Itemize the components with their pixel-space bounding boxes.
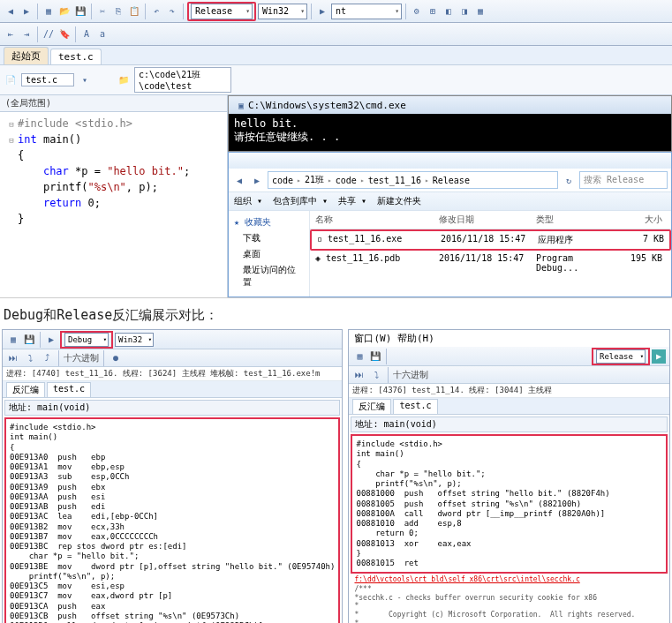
db-bp-icon[interactable]: ● — [109, 351, 123, 365]
copy-icon[interactable]: ⎘ — [111, 4, 125, 19]
debug-config-hl: Debug — [60, 331, 113, 349]
chevron-down-icon[interactable]: ▾ — [78, 73, 92, 87]
db-out-icon[interactable]: ⤴ — [40, 351, 54, 365]
platform-dropdown[interactable]: Win32 — [258, 4, 307, 19]
bookmark-icon[interactable]: 🔖 — [57, 27, 72, 41]
scope-dropdown[interactable]: (全局范围) — [0, 95, 227, 112]
open-icon[interactable]: 📂 — [57, 4, 72, 19]
cmd-icon: ▣ — [234, 98, 248, 112]
explorer-sidebar: ★ 收藏夹 下载 桌面 最近访问的位置 — [229, 211, 310, 296]
new-icon[interactable]: ▦ — [42, 4, 56, 19]
tab-source[interactable]: test.c — [47, 382, 91, 397]
debug-platform-dropdown[interactable]: Win32 — [115, 333, 154, 347]
bc-4[interactable]: Release — [433, 176, 470, 185]
rl-over-icon[interactable]: ⤵ — [369, 368, 383, 382]
side-desktop[interactable]: 桌面 — [232, 246, 306, 262]
target-dropdown[interactable]: nt — [331, 4, 402, 19]
refresh-icon[interactable]: ↻ — [562, 173, 576, 187]
tool-icon-5[interactable]: ▦ — [473, 4, 487, 19]
side-favorites[interactable]: ★ 收藏夹 — [232, 214, 306, 230]
side-recent[interactable]: 最近访问的位置 — [232, 262, 306, 290]
paste-icon[interactable]: 📋 — [127, 4, 141, 19]
nav-file[interactable]: test.c — [21, 73, 74, 86]
comment-icon[interactable]: // — [42, 27, 56, 41]
release-toolbar-1: ▦ 💾 Release ▶ — [349, 347, 669, 366]
debug-disassembly[interactable]: #include <stdio.h> int main() { 00E913A0… — [4, 417, 340, 623]
release-disassembly[interactable]: #include <stdio.h> int main() { char *p … — [351, 434, 668, 574]
file-row-exe[interactable]: ▫ test_11_16.exe 2016/11/18 15:47 应用程序 7… — [310, 229, 671, 251]
explorer-navbar: ◀ ▶ code▸ 21班▸ code▸ test_11_16▸ Release… — [229, 169, 671, 192]
secchk-link[interactable]: f:\dd\vctools\crt_bld\self_x86\crt\src\i… — [349, 575, 669, 583]
bc-3[interactable]: test_11_16 — [368, 176, 421, 185]
indent-icon[interactable]: ⇤ — [4, 27, 18, 41]
breadcrumb[interactable]: code▸ 21班▸ code▸ test_11_16▸ Release — [268, 171, 558, 189]
col-date[interactable]: 修改日期 — [434, 211, 531, 229]
tab-source-r[interactable]: test.c — [393, 399, 437, 414]
tool-icon-4[interactable]: ◨ — [457, 4, 472, 19]
a2-icon[interactable]: a — [95, 27, 109, 41]
rl-run-icon[interactable]: ▶ — [652, 349, 666, 364]
save-icon[interactable]: 💾 — [73, 4, 87, 19]
side-downloads[interactable]: 下载 — [232, 230, 306, 246]
outdent-icon[interactable]: ⇥ — [19, 27, 34, 41]
db-step-icon[interactable]: ⏭ — [6, 351, 20, 365]
tool-icon-3[interactable]: ◧ — [442, 4, 456, 19]
undo-icon[interactable]: ↶ — [149, 4, 163, 19]
tool-icon-2[interactable]: ⊞ — [426, 4, 440, 19]
exp-fwd-icon[interactable]: ▶ — [250, 173, 264, 187]
release-config-dropdown[interactable]: Release — [596, 349, 646, 364]
source-code[interactable]: ⊟#include <stdio.h> ⊟int main() { char *… — [0, 112, 227, 230]
nav-fwd-icon[interactable]: ▶ — [19, 4, 34, 19]
run-icon[interactable]: ▶ — [315, 4, 329, 19]
cut-icon[interactable]: ✂ — [95, 4, 109, 19]
rl-step-icon[interactable]: ⏭ — [352, 368, 366, 382]
config-dropdown[interactable]: Release — [191, 4, 253, 19]
debug-config-dropdown[interactable]: Debug — [64, 333, 109, 347]
file-row-pdb[interactable]: ◈ test_11_16.pdb 2016/11/18 15:47 Progra… — [310, 251, 671, 275]
exp-organize[interactable]: 组织 ▾ — [234, 195, 262, 207]
main-toolbar-1: ◀ ▶ ▦ 📂 💾 ✂ ⎘ 📋 ↶ ↷ Release Win32 ▶ nt ⚙… — [0, 0, 672, 23]
bc-2[interactable]: code — [336, 176, 357, 185]
db-run-icon[interactable]: ▶ — [44, 333, 58, 347]
cmd-output: hello bit. 请按任意键继续. . . — [229, 114, 671, 148]
exp-share[interactable]: 共享 ▾ — [338, 195, 366, 207]
file-icon: 📄 — [4, 73, 18, 87]
debug-toolbar-1: ▦ 💾 ▶ Debug Win32 — [3, 330, 342, 349]
exp-newfolder[interactable]: 新建文件夹 — [377, 195, 421, 207]
cmd-title-text: C:\Windows\system32\cmd.exe — [248, 100, 406, 111]
hex-label[interactable]: 十六进制 — [64, 352, 99, 364]
explorer-columns: 名称 修改日期 类型 大小 — [310, 211, 671, 229]
tab-testc[interactable]: test.c — [50, 49, 102, 64]
file-navbar: 📄 test.c ▾ 📁 c:\code\21班\code\test — [0, 65, 672, 95]
debug-status: 进程: [4740] test_11_16. 线程: [3624] 主线程 堆栈… — [3, 367, 342, 381]
a-icon[interactable]: A — [79, 27, 94, 41]
rl-icon-1[interactable]: ▦ — [352, 349, 366, 364]
tool-icon-1[interactable]: ⚙ — [410, 4, 424, 19]
col-type[interactable]: 类型 — [531, 211, 615, 229]
rl-hex-label[interactable]: 十六进制 — [393, 369, 428, 381]
tab-disasm[interactable]: 反汇编 — [6, 382, 45, 397]
main-toolbar-2: ⇤ ⇥ // 🔖 A a — [0, 23, 672, 46]
debug-tabs: 反汇编 test.c — [3, 381, 342, 398]
db-icon-1[interactable]: ▦ — [6, 333, 20, 347]
col-name[interactable]: 名称 — [310, 211, 434, 229]
db-over-icon[interactable]: ⤵ — [23, 351, 37, 365]
exp-include[interactable]: 包含到库中 ▾ — [273, 195, 328, 207]
db-icon-2[interactable]: 💾 — [22, 333, 36, 347]
tab-disasm-r[interactable]: 反汇编 — [352, 399, 391, 414]
bc-1[interactable]: 21班 — [305, 174, 324, 186]
tab-startpage[interactable]: 起始页 — [4, 47, 49, 64]
document-tabbar: 起始页 test.c — [0, 46, 672, 65]
release-menubar[interactable]: 窗口(W) 帮助(H) — [349, 330, 669, 347]
nav-back-icon[interactable]: ◀ — [4, 4, 18, 19]
explorer-titlebar — [229, 153, 671, 169]
exp-back-icon[interactable]: ◀ — [232, 173, 246, 187]
redo-icon[interactable]: ↷ — [165, 4, 179, 19]
rl-icon-2[interactable]: 💾 — [368, 349, 382, 364]
debug-pane: ▦ 💾 ▶ Debug Win32 ⏭ ⤵ ⤴ 十六进制 ● 进程: [4740… — [2, 329, 343, 623]
col-size[interactable]: 大小 — [615, 211, 668, 229]
bc-0[interactable]: code — [272, 176, 293, 185]
explorer-filelist: 名称 修改日期 类型 大小 ▫ test_11_16.exe 2016/11/1… — [310, 211, 671, 296]
nav-path[interactable]: c:\code\21班\code\test — [134, 67, 231, 93]
explorer-search[interactable]: 搜索 Release — [579, 171, 668, 189]
